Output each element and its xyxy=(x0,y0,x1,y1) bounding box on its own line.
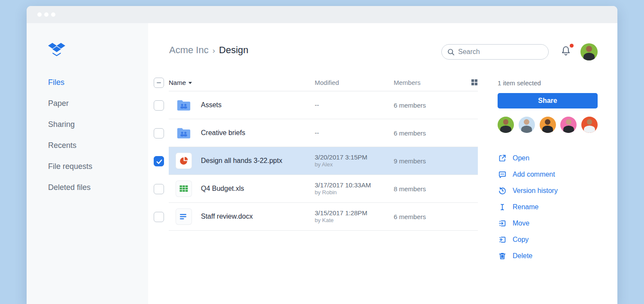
copy-icon xyxy=(498,235,507,244)
file-name[interactable]: Creative briefs xyxy=(201,129,315,137)
sidebar-item-sharing[interactable]: Sharing xyxy=(27,114,148,135)
table-header: Name Modified Members xyxy=(154,74,478,91)
copy-action[interactable]: Copy xyxy=(498,235,598,244)
member-avatar[interactable] xyxy=(498,117,514,133)
comment-icon xyxy=(498,170,507,179)
breadcrumb-parent[interactable]: Acme Inc xyxy=(169,45,209,56)
file-name[interactable]: Staff review.docx xyxy=(201,213,315,220)
sidebar-item-label: Paper xyxy=(48,99,69,108)
modified-by: by Alex xyxy=(315,161,394,169)
file-name[interactable]: Assets xyxy=(201,101,315,109)
traffic-light-dot[interactable] xyxy=(44,12,49,17)
avatar-head xyxy=(586,46,592,52)
sidebar-item-label: Files xyxy=(48,78,64,87)
modified-date: 3/15/2017 1:28PM xyxy=(315,209,368,217)
modified-date: 3/17/2017 10:33AM xyxy=(315,181,371,189)
table-header-columns: Name Modified Members xyxy=(169,74,478,91)
row-checkbox[interactable] xyxy=(154,128,164,138)
modified-cell: 3/20/2017 3:15PMby Alex xyxy=(315,153,394,169)
unread-badge xyxy=(570,44,574,48)
avatar-head xyxy=(587,119,592,125)
sidebar-item-label: Sharing xyxy=(48,120,75,129)
members-cell: 6 members xyxy=(394,213,478,220)
row-checkbox[interactable] xyxy=(154,100,164,111)
sidebar-item-files[interactable]: Files xyxy=(27,72,148,93)
avatar-body xyxy=(500,126,511,133)
spreadsheet-file-icon xyxy=(176,181,191,196)
share-button[interactable]: Share xyxy=(498,93,598,108)
row-checkbox[interactable] xyxy=(154,212,164,222)
version-history-action[interactable]: Version history xyxy=(498,186,598,195)
avatar-body xyxy=(584,126,595,133)
search-icon xyxy=(447,48,455,56)
member-avatar[interactable] xyxy=(581,117,598,133)
member-avatar[interactable] xyxy=(560,117,577,133)
row-staff-review[interactable]: Staff review.docx 3/15/2017 1:28PMby Kat… xyxy=(169,203,478,231)
file-name[interactable]: Q4 Budget.xls xyxy=(201,185,315,193)
member-avatars xyxy=(498,117,598,133)
action-label: Rename xyxy=(513,203,538,211)
action-label: Delete xyxy=(513,252,532,260)
action-label: Version history xyxy=(513,187,558,195)
traffic-light-dot[interactable] xyxy=(51,12,55,17)
avatar-head xyxy=(503,119,509,125)
avatar-body xyxy=(521,126,532,133)
select-all-checkbox[interactable] xyxy=(154,78,164,88)
search-input[interactable] xyxy=(458,48,543,56)
row-assets[interactable]: Assets -- 6 members xyxy=(169,91,478,119)
breadcrumb-current[interactable]: Design xyxy=(219,45,248,56)
sidebar-item-recents[interactable]: Recents xyxy=(27,135,148,156)
table-row: Staff review.docx 3/15/2017 1:28PMby Kat… xyxy=(154,203,478,231)
selection-status: 1 item selected xyxy=(498,79,598,87)
sidebar-item-label: Deleted files xyxy=(48,183,91,192)
sidebar: Files Paper Sharing Recents File request… xyxy=(27,23,148,304)
modified-cell: -- xyxy=(315,129,394,137)
row-checkbox-checked[interactable] xyxy=(154,156,164,166)
modified-date: -- xyxy=(315,101,319,108)
move-action[interactable]: Move xyxy=(498,219,598,228)
presentation-file-icon xyxy=(176,153,191,169)
history-icon xyxy=(498,186,507,195)
table-row: Creative briefs -- 6 members xyxy=(154,119,478,147)
members-cell: 9 members xyxy=(394,157,478,165)
member-avatar[interactable] xyxy=(519,117,535,133)
sidebar-item-deleted-files[interactable]: Deleted files xyxy=(27,177,148,198)
checkmark-icon xyxy=(155,158,163,166)
modified-date: -- xyxy=(315,129,319,136)
dropbox-logo-icon[interactable] xyxy=(48,43,65,60)
sidebar-item-file-requests[interactable]: File requests xyxy=(27,156,148,177)
members-cell: 6 members xyxy=(394,129,478,137)
action-label: Move xyxy=(513,220,529,227)
modified-cell: 3/17/2017 10:33AMby Robin xyxy=(315,181,394,196)
open-icon xyxy=(498,154,507,163)
rename-action[interactable]: Rename xyxy=(498,202,598,211)
row-q4-budget[interactable]: Q4 Budget.xls 3/17/2017 10:33AMby Robin … xyxy=(169,175,478,203)
column-name-label: Name xyxy=(169,79,186,86)
notifications-button[interactable] xyxy=(560,45,573,58)
table-row: Assets -- 6 members xyxy=(154,91,478,119)
action-label: Copy xyxy=(513,236,529,244)
traffic-light-dot[interactable] xyxy=(37,12,42,17)
avatar-head xyxy=(545,119,550,125)
shared-folder-icon xyxy=(176,125,191,141)
bell-icon xyxy=(560,45,571,57)
file-name[interactable]: Design all hands 3-22.pptx xyxy=(201,157,315,165)
grid-view-icon[interactable] xyxy=(471,79,478,86)
delete-action[interactable]: Delete xyxy=(498,251,598,260)
sidebar-item-paper[interactable]: Paper xyxy=(27,93,148,114)
row-design-all-hands[interactable]: Design all hands 3-22.pptx 3/20/2017 3:1… xyxy=(169,147,478,175)
user-avatar[interactable] xyxy=(580,43,598,60)
column-header-name[interactable]: Name xyxy=(169,79,315,86)
add-comment-action[interactable]: Add comment xyxy=(498,170,598,179)
file-actions: Open Add comment xyxy=(498,154,598,260)
row-checkbox[interactable] xyxy=(154,184,164,194)
sort-desc-icon xyxy=(188,82,192,84)
action-label: Add comment xyxy=(513,171,555,178)
main-content: Acme Inc › Design xyxy=(148,23,617,304)
delete-icon xyxy=(498,251,507,260)
member-avatar[interactable] xyxy=(540,117,556,133)
open-action[interactable]: Open xyxy=(498,154,598,163)
modified-cell: 3/15/2017 1:28PMby Kate xyxy=(315,209,394,224)
row-creative-briefs[interactable]: Creative briefs -- 6 members xyxy=(169,119,478,147)
search-bar[interactable] xyxy=(441,44,549,60)
